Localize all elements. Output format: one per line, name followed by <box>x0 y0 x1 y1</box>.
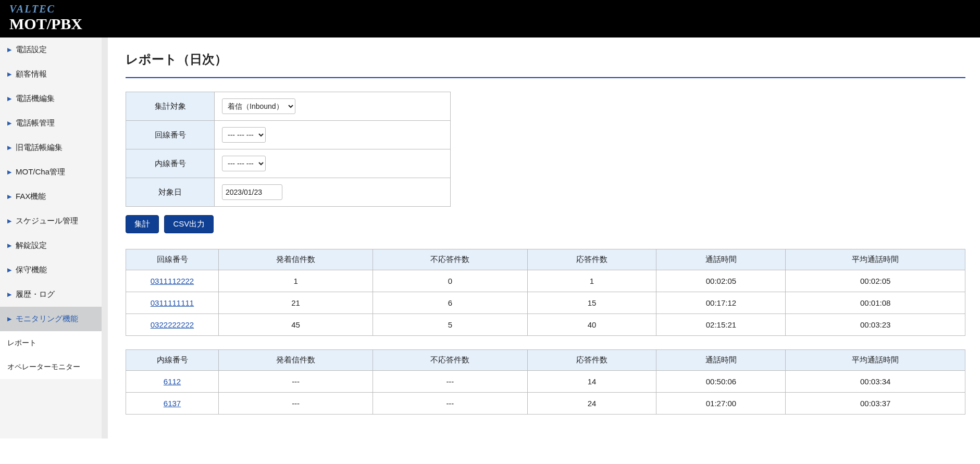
filter-label-date: 対象日 <box>126 178 215 207</box>
table-row: 6137 --- --- 24 01:27:00 00:03:37 <box>126 393 965 415</box>
sidebar-item-motcha[interactable]: ▶MOT/Cha管理 <box>0 160 102 184</box>
cell-noans: --- <box>373 371 527 393</box>
filter-select-ext[interactable]: --- --- --- <box>222 156 266 171</box>
cell-noans: 0 <box>373 270 527 292</box>
cell-inout: 45 <box>219 314 373 336</box>
cell-avg: 00:03:37 <box>786 393 965 415</box>
filter-input-date[interactable] <box>222 184 282 200</box>
th-ext-number: 内線番号 <box>126 350 219 371</box>
sidebar-sub-report[interactable]: レポート <box>0 331 102 355</box>
sidebar-scrollbar[interactable] <box>102 37 108 438</box>
sidebar-item-schedule[interactable]: ▶スケジュール管理 <box>0 209 102 233</box>
cell-avg: 00:01:08 <box>786 292 965 314</box>
chevron-right-icon: ▶ <box>7 46 11 53</box>
cell-noans: 6 <box>373 292 527 314</box>
chevron-right-icon: ▶ <box>7 316 11 322</box>
sidebar-item-phonebook-mgmt[interactable]: ▶電話帳管理 <box>0 111 102 135</box>
cell-avg: 00:03:23 <box>786 314 965 336</box>
ext-number-link[interactable]: 6112 <box>164 377 181 386</box>
table-row: 0311112222 1 0 1 00:02:05 00:02:05 <box>126 270 965 292</box>
filter-table: 集計対象 着信（Inbound） 回線番号 --- --- --- 内線番号 <box>126 92 451 207</box>
cell-ans: 1 <box>527 270 656 292</box>
sidebar-item-monitoring[interactable]: ▶モニタリング機能 <box>0 307 102 331</box>
th-talk-time: 通話時間 <box>656 350 786 371</box>
brand-valtec: VALTEC <box>9 3 971 15</box>
cell-ans: 14 <box>527 371 656 393</box>
filter-label-ext: 内線番号 <box>126 149 215 178</box>
brand-motpbx: MOT/PBX <box>9 15 971 33</box>
cell-ans: 24 <box>527 393 656 415</box>
th-avg-talk-time: 平均通話時間 <box>786 249 965 270</box>
filter-select-line[interactable]: --- --- --- <box>222 127 266 143</box>
ext-number-link[interactable]: 6137 <box>164 399 181 408</box>
cell-noans: 5 <box>373 314 527 336</box>
cell-dur: 00:17:12 <box>656 292 786 314</box>
sidebar-item-phone-edit[interactable]: ▶電話機編集 <box>0 86 102 111</box>
line-number-link[interactable]: 0311111111 <box>151 298 194 307</box>
chevron-right-icon: ▶ <box>7 95 11 102</box>
th-inout-count: 発着信件数 <box>219 350 373 371</box>
th-answer-count: 応答件数 <box>527 249 656 270</box>
chevron-right-icon: ▶ <box>7 71 11 78</box>
sidebar-item-label: MOT/Cha管理 <box>16 167 65 177</box>
th-answer-count: 応答件数 <box>527 350 656 371</box>
chevron-right-icon: ▶ <box>7 218 11 224</box>
cell-dur: 00:50:06 <box>656 371 786 393</box>
cell-avg: 00:03:34 <box>786 371 965 393</box>
line-number-link[interactable]: 0311112222 <box>151 277 194 285</box>
sidebar-item-fax[interactable]: ▶FAX機能 <box>0 184 102 209</box>
cell-inout: --- <box>219 371 373 393</box>
sidebar-item-label: スケジュール管理 <box>16 216 78 226</box>
sidebar-item-maintenance[interactable]: ▶保守機能 <box>0 258 102 282</box>
filter-select-target[interactable]: 着信（Inbound） <box>222 98 295 114</box>
sidebar-item-unlock[interactable]: ▶解錠設定 <box>0 233 102 258</box>
page-title: レポート（日次） <box>126 51 965 68</box>
ext-table: 内線番号 発着信件数 不応答件数 応答件数 通話時間 平均通話時間 6112 -… <box>126 349 965 415</box>
sidebar-item-label: 顧客情報 <box>16 69 47 79</box>
sidebar-item-history-log[interactable]: ▶履歴・ログ <box>0 282 102 307</box>
cell-dur: 01:27:00 <box>656 393 786 415</box>
chevron-right-icon: ▶ <box>7 291 11 298</box>
sidebar-item-label: 電話設定 <box>16 45 47 55</box>
chevron-right-icon: ▶ <box>7 144 11 151</box>
sidebar-sub-label: オペレーターモニター <box>7 362 80 371</box>
sidebar-sub-operator-monitor[interactable]: オペレーターモニター <box>0 355 102 379</box>
th-line-number: 回線番号 <box>126 249 219 270</box>
chevron-right-icon: ▶ <box>7 242 11 249</box>
cell-avg: 00:02:05 <box>786 270 965 292</box>
cell-dur: 02:15:21 <box>656 314 786 336</box>
chevron-right-icon: ▶ <box>7 169 11 175</box>
csv-export-button[interactable]: CSV出力 <box>164 215 214 233</box>
sidebar-item-phone-settings[interactable]: ▶電話設定 <box>0 37 102 62</box>
sidebar-item-label: 解錠設定 <box>16 241 47 250</box>
th-talk-time: 通話時間 <box>656 249 786 270</box>
cell-ans: 15 <box>527 292 656 314</box>
cell-inout: --- <box>219 393 373 415</box>
aggregate-button[interactable]: 集計 <box>126 215 159 233</box>
sidebar-item-label: 保守機能 <box>16 265 47 275</box>
sidebar-item-label: 履歴・ログ <box>16 290 55 299</box>
th-inout-count: 発着信件数 <box>219 249 373 270</box>
sidebar-item-customer-info[interactable]: ▶顧客情報 <box>0 62 102 86</box>
sidebar-item-label: 電話帳管理 <box>16 118 55 128</box>
app-header: VALTEC MOT/PBX <box>0 0 980 37</box>
sidebar-item-label: 旧電話帳編集 <box>16 143 63 153</box>
sidebar-item-old-phonebook[interactable]: ▶旧電話帳編集 <box>0 135 102 160</box>
sidebar-item-label: 電話機編集 <box>16 94 55 104</box>
th-noanswer-count: 不応答件数 <box>373 350 527 371</box>
chevron-right-icon: ▶ <box>7 267 11 273</box>
title-divider <box>126 77 965 78</box>
line-number-link[interactable]: 0322222222 <box>151 320 194 329</box>
filter-label-line: 回線番号 <box>126 121 215 149</box>
chevron-right-icon: ▶ <box>7 193 11 200</box>
sidebar-item-label: モニタリング機能 <box>16 314 78 324</box>
cell-noans: --- <box>373 393 527 415</box>
filter-label-target: 集計対象 <box>126 92 215 121</box>
main-content: レポート（日次） 集計対象 着信（Inbound） 回線番号 --- --- -… <box>108 37 980 438</box>
sidebar: ▶電話設定 ▶顧客情報 ▶電話機編集 ▶電話帳管理 ▶旧電話帳編集 ▶MOT/C… <box>0 37 102 438</box>
chevron-right-icon: ▶ <box>7 120 11 127</box>
th-avg-talk-time: 平均通話時間 <box>786 350 965 371</box>
cell-inout: 21 <box>219 292 373 314</box>
sidebar-item-label: FAX機能 <box>16 192 46 202</box>
sidebar-sub-label: レポート <box>7 338 36 347</box>
